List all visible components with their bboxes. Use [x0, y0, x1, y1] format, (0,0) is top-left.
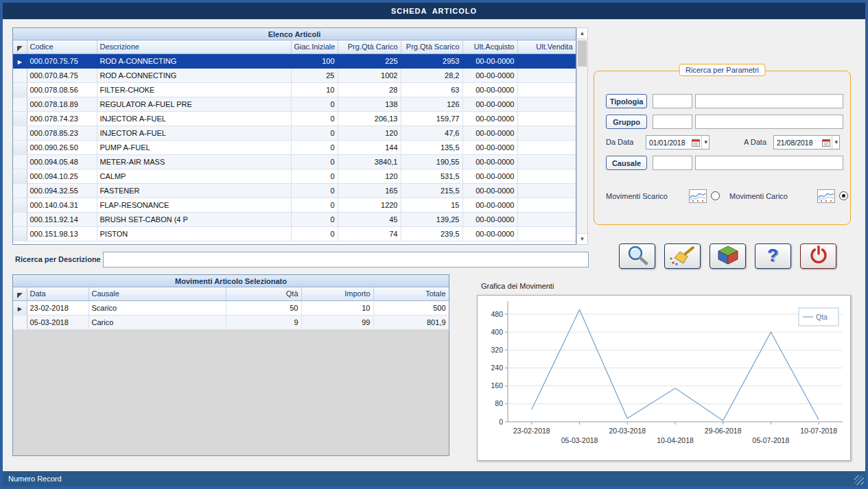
cell[interactable]: BRUSH SET-CABON (4 P — [97, 212, 291, 226]
cell[interactable]: 28 — [338, 82, 401, 97]
cell[interactable]: 165 — [338, 183, 401, 198]
cell[interactable] — [517, 97, 576, 111]
cell[interactable]: 000.078.08.56 — [27, 82, 97, 97]
cell[interactable]: 144 — [338, 140, 401, 154]
cell[interactable]: 00-00-0000 — [462, 68, 517, 82]
column-header[interactable]: Totale — [373, 287, 449, 300]
cell[interactable] — [517, 212, 576, 226]
cell[interactable]: 00-00-0000 — [462, 226, 517, 241]
cell[interactable]: 0 — [291, 183, 338, 198]
cell[interactable]: 126 — [401, 97, 462, 111]
cell[interactable]: 239,5 — [401, 226, 462, 241]
cell[interactable]: PISTON — [97, 226, 291, 241]
cell[interactable]: 10 — [291, 82, 338, 97]
cell[interactable]: 47,6 — [401, 126, 462, 140]
tipologia-button[interactable]: Tipologia — [606, 94, 647, 108]
cell[interactable]: 139,25 — [401, 212, 462, 226]
cell[interactable]: 74 — [338, 226, 401, 241]
cell[interactable]: 28,2 — [401, 68, 462, 82]
cell[interactable]: 0 — [291, 212, 338, 226]
column-header[interactable]: Data — [27, 287, 89, 300]
table-row[interactable]: ▶000.070.75.75ROD A-CONNECTING1002252953… — [13, 53, 576, 68]
cell[interactable]: 9 — [226, 315, 301, 329]
table-row[interactable]: 000.078.74.23INJECTOR A-FUEL0206,13159,7… — [13, 111, 576, 126]
cell[interactable]: 63 — [401, 82, 462, 97]
column-header[interactable]: Importo — [301, 287, 373, 300]
table-row[interactable]: 000.094.10.25CALMP0120531,500-00-0000 — [13, 169, 576, 183]
cell[interactable]: 000.094.32.55 — [27, 183, 97, 198]
cell[interactable] — [517, 126, 576, 140]
cell[interactable]: 00-00-0000 — [462, 154, 517, 169]
grid-corner[interactable] — [13, 287, 27, 300]
cell[interactable]: 206,13 — [338, 111, 401, 126]
table-row[interactable]: 000.140.04.31FLAP-RESONANCE012201500-00-… — [13, 198, 576, 212]
column-header[interactable]: Ult.Acquisto — [462, 40, 517, 53]
cell[interactable]: 135,5 — [401, 140, 462, 154]
cell[interactable]: 23-02-2018 — [27, 300, 89, 315]
a-data-picker[interactable]: 21/08/2018 ▾ — [773, 135, 840, 150]
causale-description-input[interactable] — [695, 156, 843, 170]
table-row[interactable]: 000.078.18.89REGULATOR A-FUEL PRE0138126… — [13, 97, 576, 111]
cell[interactable]: 45 — [338, 212, 401, 226]
da-data-picker[interactable]: 01/01/2018 ▾ — [646, 135, 709, 150]
column-header[interactable]: Giac.Iniziale — [291, 40, 338, 53]
cell[interactable]: 000.151.98.13 — [27, 226, 97, 241]
cell[interactable] — [517, 68, 576, 82]
column-header[interactable]: Descrizione — [97, 40, 291, 53]
cell[interactable]: FILTER-CHOKE — [97, 82, 291, 97]
table-row[interactable]: 000.090.26.50PUMP A-FUEL0144135,500-00-0… — [13, 140, 576, 154]
cell[interactable]: 000.070.84.75 — [27, 68, 97, 82]
gruppo-description-input[interactable] — [695, 115, 843, 129]
cell[interactable]: 00-00-0000 — [462, 183, 517, 198]
cell[interactable] — [517, 140, 576, 154]
cell[interactable]: FLAP-RESONANCE — [97, 198, 291, 212]
cell[interactable]: 10 — [301, 300, 373, 315]
cell[interactable]: INJECTOR A-FUEL — [97, 111, 291, 126]
cell[interactable]: ROD A-CONNECTING — [97, 68, 291, 82]
cell[interactable] — [517, 82, 576, 97]
cell[interactable]: 190,55 — [401, 154, 462, 169]
cell[interactable]: 1220 — [338, 198, 401, 212]
table-row[interactable]: 000.094.05.48METER-AIR MASS03840,1190,55… — [13, 154, 576, 169]
cell[interactable]: PUMP A-FUEL — [97, 140, 291, 154]
cell[interactable]: 00-00-0000 — [462, 97, 517, 111]
cell[interactable]: 801,9 — [373, 315, 449, 329]
cell[interactable] — [517, 111, 576, 126]
cell[interactable]: 00-00-0000 — [462, 212, 517, 226]
cell[interactable]: 00-00-0000 — [462, 53, 517, 68]
column-header[interactable]: Codice — [27, 40, 97, 53]
cell[interactable]: 0 — [291, 140, 338, 154]
help-button[interactable]: ?? — [755, 243, 791, 269]
cell[interactable]: 225 — [338, 53, 401, 68]
table-row[interactable]: 000.070.84.75ROD A-CONNECTING25100228,20… — [13, 68, 576, 82]
table-row[interactable]: 000.078.85.23INJECTOR A-FUEL012047,600-0… — [13, 126, 576, 140]
cell[interactable]: 0 — [291, 154, 338, 169]
calendar-icon[interactable] — [822, 139, 830, 147]
table-row[interactable]: 000.078.08.56FILTER-CHOKE10286300-00-000… — [13, 82, 576, 97]
cell[interactable]: 0 — [291, 97, 338, 111]
cell[interactable]: 120 — [338, 169, 401, 183]
articles-scrollbar[interactable]: ▲ ▼ — [576, 27, 588, 245]
cell[interactable]: 000.140.04.31 — [27, 198, 97, 212]
grid-corner[interactable] — [13, 40, 27, 53]
cell[interactable] — [517, 183, 576, 198]
cell[interactable]: 0 — [291, 111, 338, 126]
cell[interactable]: 531,5 — [401, 169, 462, 183]
cell[interactable]: 25 — [291, 68, 338, 82]
cell[interactable] — [517, 53, 576, 68]
cell[interactable]: 2953 — [401, 53, 462, 68]
column-header[interactable]: Qtà — [226, 287, 301, 300]
cell[interactable]: 000.070.75.75 — [27, 53, 97, 68]
cell[interactable]: 000.090.26.50 — [27, 140, 97, 154]
causale-button[interactable]: Causale — [606, 156, 647, 170]
scrollbar-up-icon[interactable]: ▲ — [577, 28, 587, 39]
cell[interactable]: INJECTOR A-FUEL — [97, 126, 291, 140]
cell[interactable]: 000.094.05.48 — [27, 154, 97, 169]
table-row[interactable]: 000.151.92.14BRUSH SET-CABON (4 P045139,… — [13, 212, 576, 226]
cell[interactable]: 1002 — [338, 68, 401, 82]
clean-button[interactable] — [664, 243, 701, 269]
table-row[interactable]: 000.094.32.55FASTENER0165215,500-00-0000 — [13, 183, 576, 198]
table-row[interactable]: 05-03-2018Carico999801,9 — [13, 315, 449, 329]
cell[interactable]: 05-03-2018 — [27, 315, 89, 329]
tipologia-code-input[interactable] — [653, 94, 692, 108]
